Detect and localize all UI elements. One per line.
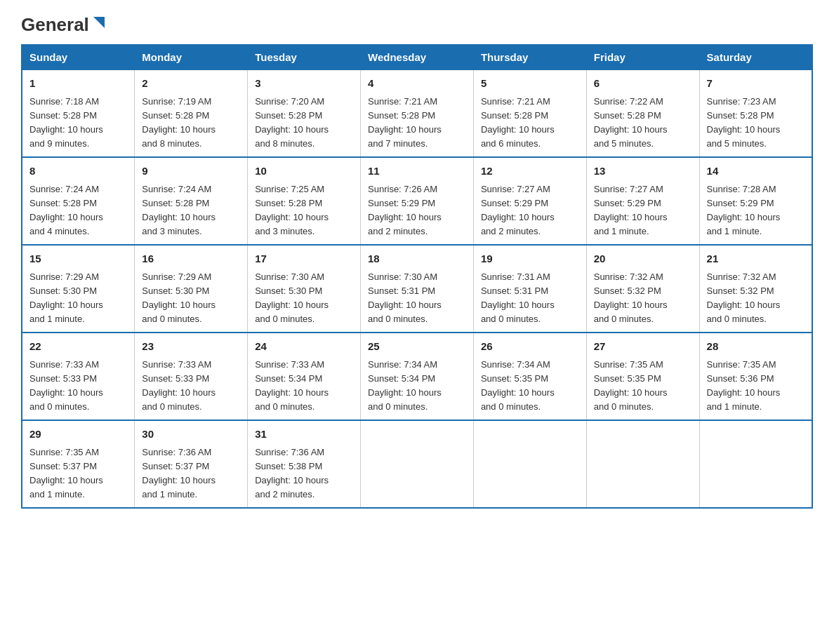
day-number: 15	[29, 251, 127, 267]
cell-info: Sunrise: 7:35 AMSunset: 5:36 PMDaylight:…	[707, 359, 781, 412]
cell-info: Sunrise: 7:35 AMSunset: 5:37 PMDaylight:…	[29, 447, 103, 499]
calendar-week-row: 1 Sunrise: 7:18 AMSunset: 5:28 PMDayligh…	[22, 69, 812, 157]
calendar-cell: 3 Sunrise: 7:20 AMSunset: 5:28 PMDayligh…	[248, 69, 361, 157]
calendar-cell: 12 Sunrise: 7:27 AMSunset: 5:29 PMDaylig…	[473, 157, 586, 245]
cell-info: Sunrise: 7:28 AMSunset: 5:29 PMDaylight:…	[707, 184, 781, 236]
calendar-cell: 13 Sunrise: 7:27 AMSunset: 5:29 PMDaylig…	[586, 157, 699, 245]
cell-info: Sunrise: 7:30 AMSunset: 5:31 PMDaylight:…	[368, 271, 442, 324]
calendar-cell: 31 Sunrise: 7:36 AMSunset: 5:38 PMDaylig…	[248, 420, 361, 508]
header-tuesday: Tuesday	[248, 45, 361, 69]
header-wednesday: Wednesday	[361, 45, 474, 69]
calendar-cell: 18 Sunrise: 7:30 AMSunset: 5:31 PMDaylig…	[361, 245, 474, 333]
day-number: 9	[142, 163, 240, 180]
calendar-week-row: 29 Sunrise: 7:35 AMSunset: 5:37 PMDaylig…	[22, 420, 812, 508]
cell-info: Sunrise: 7:21 AMSunset: 5:28 PMDaylight:…	[368, 96, 442, 149]
cell-info: Sunrise: 7:23 AMSunset: 5:28 PMDaylight:…	[707, 96, 781, 149]
day-number: 26	[481, 339, 579, 355]
day-number: 4	[368, 76, 466, 92]
day-number: 20	[594, 251, 692, 267]
cell-info: Sunrise: 7:32 AMSunset: 5:32 PMDaylight:…	[594, 271, 668, 324]
day-number: 13	[594, 163, 692, 180]
calendar-table: SundayMondayTuesdayWednesdayThursdayFrid…	[21, 44, 813, 509]
day-number: 3	[255, 76, 353, 92]
calendar-cell: 29 Sunrise: 7:35 AMSunset: 5:37 PMDaylig…	[22, 420, 135, 508]
cell-info: Sunrise: 7:21 AMSunset: 5:28 PMDaylight:…	[481, 96, 555, 149]
cell-info: Sunrise: 7:29 AMSunset: 5:30 PMDaylight:…	[29, 271, 103, 324]
day-number: 29	[29, 427, 127, 443]
calendar-cell: 9 Sunrise: 7:24 AMSunset: 5:28 PMDayligh…	[135, 157, 248, 245]
day-number: 23	[142, 339, 240, 355]
calendar-cell: 5 Sunrise: 7:21 AMSunset: 5:28 PMDayligh…	[473, 69, 586, 157]
cell-info: Sunrise: 7:35 AMSunset: 5:35 PMDaylight:…	[594, 359, 668, 412]
day-number: 12	[481, 163, 579, 180]
cell-info: Sunrise: 7:34 AMSunset: 5:34 PMDaylight:…	[368, 359, 442, 412]
calendar-week-row: 22 Sunrise: 7:33 AMSunset: 5:33 PMDaylig…	[22, 333, 812, 420]
cell-info: Sunrise: 7:18 AMSunset: 5:28 PMDaylight:…	[29, 96, 103, 149]
calendar-cell: 4 Sunrise: 7:21 AMSunset: 5:28 PMDayligh…	[361, 69, 474, 157]
calendar-cell: 23 Sunrise: 7:33 AMSunset: 5:33 PMDaylig…	[135, 333, 248, 420]
day-number: 31	[255, 427, 353, 443]
day-number: 19	[481, 251, 579, 267]
page-header: General	[21, 14, 813, 32]
cell-info: Sunrise: 7:29 AMSunset: 5:30 PMDaylight:…	[142, 271, 216, 324]
day-number: 28	[707, 339, 805, 355]
day-number: 18	[368, 251, 466, 267]
day-number: 10	[255, 163, 353, 180]
calendar-cell: 1 Sunrise: 7:18 AMSunset: 5:28 PMDayligh…	[22, 69, 135, 157]
cell-info: Sunrise: 7:22 AMSunset: 5:28 PMDaylight:…	[594, 96, 668, 149]
cell-info: Sunrise: 7:27 AMSunset: 5:29 PMDaylight:…	[481, 184, 555, 236]
calendar-cell: 2 Sunrise: 7:19 AMSunset: 5:28 PMDayligh…	[135, 69, 248, 157]
day-number: 7	[707, 76, 805, 92]
cell-info: Sunrise: 7:36 AMSunset: 5:37 PMDaylight:…	[142, 447, 216, 499]
calendar-week-row: 15 Sunrise: 7:29 AMSunset: 5:30 PMDaylig…	[22, 245, 812, 333]
calendar-cell: 30 Sunrise: 7:36 AMSunset: 5:37 PMDaylig…	[135, 420, 248, 508]
header-sunday: Sunday	[22, 45, 135, 69]
cell-info: Sunrise: 7:20 AMSunset: 5:28 PMDaylight:…	[255, 96, 329, 149]
calendar-cell: 20 Sunrise: 7:32 AMSunset: 5:32 PMDaylig…	[586, 245, 699, 333]
calendar-cell: 28 Sunrise: 7:35 AMSunset: 5:36 PMDaylig…	[699, 333, 812, 420]
day-number: 16	[142, 251, 240, 267]
cell-info: Sunrise: 7:30 AMSunset: 5:30 PMDaylight:…	[255, 271, 329, 324]
calendar-cell	[586, 420, 699, 508]
cell-info: Sunrise: 7:31 AMSunset: 5:31 PMDaylight:…	[481, 271, 555, 324]
svg-marker-0	[93, 17, 105, 28]
calendar-week-row: 8 Sunrise: 7:24 AMSunset: 5:28 PMDayligh…	[22, 157, 812, 245]
day-number: 5	[481, 76, 579, 92]
calendar-cell: 11 Sunrise: 7:26 AMSunset: 5:29 PMDaylig…	[361, 157, 474, 245]
day-number: 17	[255, 251, 353, 267]
cell-info: Sunrise: 7:32 AMSunset: 5:32 PMDaylight:…	[707, 271, 781, 324]
cell-info: Sunrise: 7:36 AMSunset: 5:38 PMDaylight:…	[255, 447, 329, 499]
header-saturday: Saturday	[699, 45, 812, 69]
calendar-cell: 24 Sunrise: 7:33 AMSunset: 5:34 PMDaylig…	[248, 333, 361, 420]
header-thursday: Thursday	[473, 45, 586, 69]
calendar-cell: 6 Sunrise: 7:22 AMSunset: 5:28 PMDayligh…	[586, 69, 699, 157]
cell-info: Sunrise: 7:33 AMSunset: 5:34 PMDaylight:…	[255, 359, 329, 412]
calendar-cell: 14 Sunrise: 7:28 AMSunset: 5:29 PMDaylig…	[699, 157, 812, 245]
day-number: 6	[594, 76, 692, 92]
day-number: 25	[368, 339, 466, 355]
cell-info: Sunrise: 7:27 AMSunset: 5:29 PMDaylight:…	[594, 184, 668, 236]
calendar-cell: 16 Sunrise: 7:29 AMSunset: 5:30 PMDaylig…	[135, 245, 248, 333]
cell-info: Sunrise: 7:19 AMSunset: 5:28 PMDaylight:…	[142, 96, 216, 149]
day-number: 14	[707, 163, 805, 180]
calendar-cell: 17 Sunrise: 7:30 AMSunset: 5:30 PMDaylig…	[248, 245, 361, 333]
cell-info: Sunrise: 7:25 AMSunset: 5:28 PMDaylight:…	[255, 184, 329, 236]
calendar-cell: 19 Sunrise: 7:31 AMSunset: 5:31 PMDaylig…	[473, 245, 586, 333]
calendar-cell: 7 Sunrise: 7:23 AMSunset: 5:28 PMDayligh…	[699, 69, 812, 157]
cell-info: Sunrise: 7:24 AMSunset: 5:28 PMDaylight:…	[142, 184, 216, 236]
day-number: 8	[29, 163, 127, 180]
cell-info: Sunrise: 7:33 AMSunset: 5:33 PMDaylight:…	[29, 359, 103, 412]
day-number: 21	[707, 251, 805, 267]
day-number: 11	[368, 163, 466, 180]
logo-general: General	[21, 14, 89, 36]
calendar-cell: 25 Sunrise: 7:34 AMSunset: 5:34 PMDaylig…	[361, 333, 474, 420]
day-number: 2	[142, 76, 240, 92]
calendar-cell: 27 Sunrise: 7:35 AMSunset: 5:35 PMDaylig…	[586, 333, 699, 420]
calendar-cell	[361, 420, 474, 508]
calendar-cell	[473, 420, 586, 508]
calendar-header-row: SundayMondayTuesdayWednesdayThursdayFrid…	[22, 45, 812, 69]
day-number: 30	[142, 427, 240, 443]
calendar-cell: 8 Sunrise: 7:24 AMSunset: 5:28 PMDayligh…	[22, 157, 135, 245]
cell-info: Sunrise: 7:33 AMSunset: 5:33 PMDaylight:…	[142, 359, 216, 412]
calendar-cell: 26 Sunrise: 7:34 AMSunset: 5:35 PMDaylig…	[473, 333, 586, 420]
